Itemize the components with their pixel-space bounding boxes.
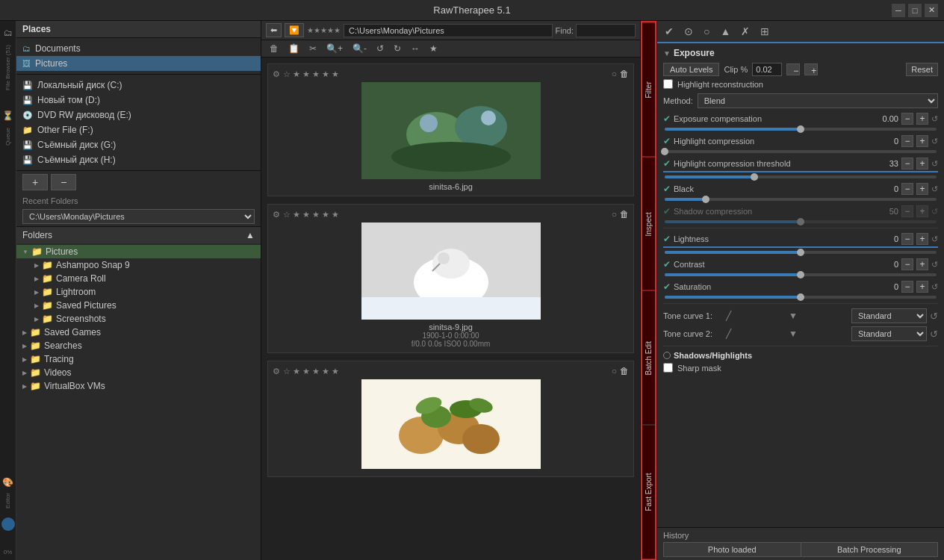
reset-btn[interactable]: Reset: [906, 63, 938, 76]
folder-lightroom[interactable]: ▶ 📁 Lightroom: [16, 285, 261, 299]
drive-h[interactable]: 💾 Съёмный диск (H:): [16, 152, 261, 167]
thumb-image-wrap-3[interactable]: [273, 379, 629, 469]
method-select[interactable]: Blend Color propagation Luminance recove…: [698, 93, 938, 108]
highlight-comp-threshold-plus[interactable]: +: [916, 158, 928, 169]
folders-collapse-icon[interactable]: ▲: [246, 230, 255, 240]
curve-1-line-icon[interactable]: ╱: [726, 311, 786, 321]
exposure-comp-plus[interactable]: +: [916, 113, 928, 125]
tone-curve-1-reset[interactable]: ↺: [930, 311, 938, 322]
saturation-minus[interactable]: −: [901, 281, 913, 293]
history-batch-processing[interactable]: Batch Processing: [801, 542, 939, 557]
filter-tab[interactable]: Filter: [642, 22, 655, 157]
rotate-left-btn[interactable]: ↺: [373, 42, 388, 55]
tone-curve-1-select[interactable]: Standard Parametric Control cage: [851, 308, 927, 323]
folder-tracing[interactable]: ▶ 📁 Tracing: [16, 352, 261, 366]
lightness-minus[interactable]: −: [901, 233, 913, 245]
flip-h-btn[interactable]: ↔: [407, 42, 423, 55]
clip-plus-btn[interactable]: +: [804, 63, 818, 75]
exposure-comp-minus[interactable]: −: [901, 113, 913, 125]
history-photo-loaded[interactable]: Photo loaded: [663, 542, 801, 557]
file-browser-tab[interactable]: 🗂: [1, 25, 16, 40]
minimize-btn[interactable]: ─: [892, 4, 905, 17]
highlight-comp-minus[interactable]: −: [901, 135, 913, 147]
folder-pictures[interactable]: ▼ 📁 Pictures: [16, 245, 261, 258]
rp-cross-btn[interactable]: ✗: [738, 24, 753, 39]
add-place-button[interactable]: +: [22, 174, 48, 190]
maximize-btn[interactable]: □: [908, 4, 922, 17]
drive-e[interactable]: 💿 DVD RW дисковод (E:): [16, 108, 261, 122]
drive-f[interactable]: 📁 Other File (F:): [16, 122, 261, 137]
folder-virtualbox[interactable]: ▶ 📁 VirtualBox VMs: [16, 379, 261, 393]
sharp-mask-checkbox[interactable]: [663, 363, 673, 373]
highlight-comp-reset[interactable]: ↺: [931, 137, 938, 146]
black-reset[interactable]: ↺: [931, 184, 938, 194]
folder-camera-roll[interactable]: ▶ 📁 Camera Roll: [16, 272, 261, 285]
copy-btn[interactable]: 📋: [285, 42, 303, 55]
curve-2-line-icon[interactable]: ╱: [726, 329, 786, 339]
black-slider[interactable]: [663, 198, 938, 201]
editor-tab[interactable]: 🎨: [1, 475, 16, 490]
saturation-reset[interactable]: ↺: [931, 282, 938, 292]
rp-ring-btn[interactable]: ○: [701, 24, 712, 39]
clip-input[interactable]: [752, 63, 782, 76]
delete-icon-1[interactable]: 🗑: [620, 69, 629, 79]
zoom-in-btn[interactable]: 🔍+: [323, 42, 347, 55]
find-input[interactable]: [576, 24, 636, 37]
fast-export-tab[interactable]: Fast Export: [642, 425, 655, 559]
zoom-out-btn[interactable]: 🔍-: [349, 42, 370, 55]
thumb-image-wrap-1[interactable]: [273, 82, 629, 179]
shadow-comp-reset[interactable]: ↺: [931, 207, 938, 217]
highlight-comp-plus[interactable]: +: [916, 135, 928, 147]
close-btn[interactable]: ✕: [925, 4, 938, 17]
color-picker-icon[interactable]: [1, 517, 15, 531]
saturation-slider[interactable]: [663, 296, 938, 299]
drive-c[interactable]: 💾 Локальный диск (C:): [16, 78, 261, 93]
folder-saved-pictures[interactable]: ▶ 📁 Saved Pictures: [16, 299, 261, 312]
shadow-comp-minus[interactable]: −: [901, 205, 913, 217]
delete-btn[interactable]: 🗑: [266, 42, 282, 55]
rank-btn[interactable]: ★: [426, 42, 441, 55]
contrast-reset[interactable]: ↺: [931, 260, 938, 270]
highlight-comp-threshold-reset[interactable]: ↺: [931, 159, 938, 169]
lightness-plus[interactable]: +: [916, 233, 928, 245]
delete-icon-3[interactable]: 🗑: [620, 366, 629, 376]
folder-ashampoo[interactable]: ▶ 📁 Ashampoo Snap 9: [16, 258, 261, 272]
black-minus[interactable]: −: [901, 183, 913, 195]
places-item-pictures[interactable]: 🖼 Pictures: [16, 56, 261, 71]
rotate-right-btn[interactable]: ↻: [390, 42, 405, 55]
tone-curve-2-select[interactable]: Standard Parametric Control cage: [851, 326, 927, 341]
auto-levels-btn[interactable]: Auto Levels: [663, 63, 719, 76]
rp-circle-btn[interactable]: ⊙: [681, 24, 696, 39]
queue-tab[interactable]: ⏳: [1, 108, 16, 123]
drive-g[interactable]: 💾 Съёмный диск (G:): [16, 137, 261, 152]
rp-checkmark-btn[interactable]: ✔: [662, 24, 677, 39]
rp-grid-btn[interactable]: ⊞: [757, 24, 772, 39]
delete-icon-2[interactable]: 🗑: [620, 209, 629, 220]
drive-d[interactable]: 💾 Новый том (D:): [16, 93, 261, 108]
batch-edit-tab[interactable]: Batch Edit: [642, 290, 655, 425]
contrast-slider[interactable]: [663, 273, 938, 276]
folder-searches[interactable]: ▶ 📁 Searches: [16, 339, 261, 352]
curve-2-dropdown-icon[interactable]: ▼: [789, 329, 848, 339]
tone-curve-2-reset[interactable]: ↺: [930, 329, 938, 340]
highlight-comp-threshold-minus[interactable]: −: [901, 158, 913, 169]
highlight-comp-slider[interactable]: [663, 150, 938, 153]
lightness-slider[interactable]: [663, 251, 938, 254]
move-btn[interactable]: ✂: [305, 42, 320, 55]
exposure-comp-slider[interactable]: [663, 128, 938, 131]
clip-minus-btn[interactable]: −: [786, 63, 800, 75]
recent-folder-select[interactable]: C:\Users\Monday\Pictures: [22, 209, 255, 224]
exposure-comp-reset[interactable]: ↺: [931, 114, 938, 124]
contrast-plus[interactable]: +: [916, 258, 928, 270]
rp-triangle-btn[interactable]: ▲: [717, 24, 733, 39]
folder-saved-games[interactable]: ▶ 📁 Saved Games: [16, 326, 261, 339]
shadow-comp-plus[interactable]: +: [916, 205, 928, 217]
black-plus[interactable]: +: [916, 183, 928, 195]
path-input[interactable]: [344, 24, 553, 37]
shadow-comp-slider[interactable]: [663, 220, 938, 223]
folder-videos[interactable]: ▶ 📁 Videos: [16, 366, 261, 379]
highlight-reconstruction-checkbox[interactable]: [663, 79, 673, 89]
remove-place-button[interactable]: −: [51, 174, 76, 190]
thumb-image-wrap-2[interactable]: [273, 223, 629, 320]
inspect-tab[interactable]: Inspect: [642, 157, 655, 291]
